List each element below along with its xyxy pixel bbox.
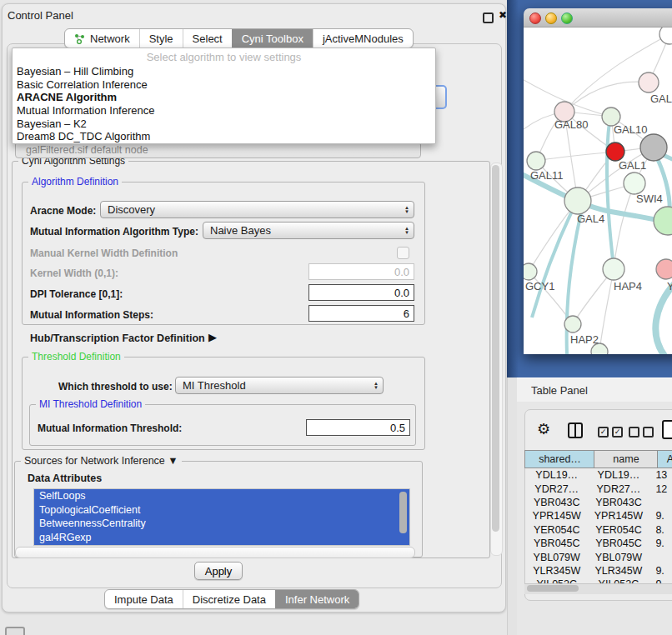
tab-network[interactable]: Network [65,29,139,48]
mi-steps-field[interactable] [308,305,414,322]
dpi-tolerance-field[interactable] [308,284,414,301]
list-item[interactable]: gal4RGexp [34,531,409,545]
network-window-titlebar[interactable] [524,8,672,28]
list-item[interactable]: TopologicalCoefficient [34,503,409,518]
node-top-partial[interactable] [659,28,672,44]
node-red[interactable] [606,142,624,161]
network-view-window[interactable]: GAL GAL80 GAL10 GAL11 GAL1 SWI4 GAL4 GCY… [524,8,672,354]
column-header-shared-name[interactable]: shared… [524,450,594,468]
network-select-combo[interactable]: galFiltered.sif default node [15,142,421,158]
node-label: GAL10 [614,123,647,136]
tab-impute-data[interactable]: Impute Data [105,590,183,608]
algorithm-item[interactable]: Mutual Information Inference [13,104,435,118]
list-scrollbar-thumb[interactable] [399,492,407,533]
data-attributes-list[interactable]: SelfLoops TopologicalCoefficient Between… [33,488,410,546]
node-label: GAL4 [577,212,604,225]
tab-label: Cyni Toolbox [242,32,303,45]
algorithm-item[interactable]: Bayesian – Hill Climbing [13,65,435,78]
which-threshold-label: Which threshold to use: [58,381,173,392]
algorithm-item[interactable]: Dream8 DC_TDC Algorithm [13,130,435,143]
algorithm-item[interactable]: Basic Correlation Inference [13,78,435,92]
table-scrollbar-thumb[interactable] [527,585,579,592]
settings-scrollbar-track[interactable] [490,162,503,556]
close-icon[interactable]: ✖ [499,9,507,21]
node-hap4[interactable] [603,258,624,280]
kernel-width-field[interactable] [308,263,414,280]
expand-right-icon[interactable]: ▶ [208,331,217,343]
algorithm-combo-fragment[interactable] [434,85,447,109]
tab-discretize-data[interactable]: Discretize Data [183,590,275,608]
horizontal-scrollbar[interactable] [15,547,415,558]
mi-type-value: Naive Bayes [210,224,271,237]
table-panel-titlebar: Table Panel [517,378,672,402]
kernel-width-label: Kernel Width (0,1): [30,268,118,279]
node-gcy1[interactable] [524,263,537,280]
mi-threshold-label: Mutual Information Threshold: [38,422,182,434]
tab-infer-network[interactable]: Infer Network [275,590,359,608]
tab-jactivemnodules[interactable]: jActiveMNodules [313,29,413,48]
node-gal11[interactable] [527,152,545,170]
manual-kernel-checkbox[interactable] [397,247,409,259]
list-item[interactable]: BetweennessCentrality [34,517,409,531]
table-row[interactable]: YBR043CYBR043C [524,496,672,509]
node-swi4[interactable] [654,207,672,235]
manual-kernel-label: Manual Kernel Width Definition [30,248,178,259]
apply-button[interactable]: Apply [194,562,243,580]
deselect-all-columns-icon[interactable] [629,427,657,442]
tab-cyni-toolbox[interactable]: Cyni Toolbox [232,29,313,48]
close-traffic-light[interactable] [529,12,541,24]
gear-icon[interactable]: ⚙ [537,420,550,438]
algorithm-item-selected[interactable]: ARACNE Algorithm [13,91,435,104]
aracne-mode-combo[interactable]: Discovery ▲▼ [100,201,414,218]
collapse-down-icon[interactable]: ▼ [168,455,178,467]
network-graph-icon [74,33,85,44]
table-row[interactable]: YIL052CYIL052C9. [524,578,672,583]
table-row[interactable]: YLR345WYLR345W9. [524,564,672,578]
list-item[interactable]: SelfLoops [34,489,409,503]
table-row[interactable]: YBR045CYBR045C9. [524,537,672,550]
select-all-columns-icon[interactable]: ✓✓ [598,427,626,442]
settings-scrollbar-thumb[interactable] [492,165,499,532]
node-gal1[interactable] [624,172,645,194]
tab-label: Network [90,32,130,45]
tab-label: Select [193,32,223,45]
combo-stepper-icon: ▲▼ [369,382,383,390]
table-row[interactable]: YER054CYER054C8. [524,523,672,537]
node-label: GCY1 [525,280,554,292]
table-row[interactable]: YDL19…YDL19…13 [524,468,672,482]
table-row[interactable]: YPR145WYPR145W9. [524,509,672,522]
control-panel-titlebar[interactable]: Control Panel ✖ [0,5,507,25]
table-rows: YDL19…YDL19…13 YDR27…YDR27…12 YBR043CYBR… [524,468,672,583]
columns-icon[interactable] [568,422,583,438]
zoom-traffic-light[interactable] [561,12,573,24]
node-hap2[interactable] [564,316,581,332]
node-gray[interactable] [640,134,667,161]
algorithm-popup-list: Bayesian – Hill Climbing Basic Correlati… [13,65,435,143]
network-canvas[interactable]: GAL GAL80 GAL10 GAL11 GAL1 SWI4 GAL4 GCY… [524,28,672,354]
hub-definition-label: Hub/Transcription Factor Definition [30,332,205,344]
node-gal4[interactable] [564,188,591,214]
column-header-name[interactable]: name [594,450,658,468]
tab-style[interactable]: Style [139,29,183,48]
tab-select[interactable]: Select [183,29,232,48]
minimize-traffic-light[interactable] [545,12,557,24]
aracne-mode-value: Discovery [108,203,155,216]
bottom-tab-strip: Impute Data Discretize Data Infer Networ… [104,589,359,609]
tab-label: Style [149,32,173,45]
node-gal-partial[interactable] [639,72,659,92]
which-threshold-combo[interactable]: MI Threshold ▲▼ [175,377,384,394]
float-window-icon[interactable] [483,12,494,23]
algorithm-item[interactable]: Bayesian – K2 [13,118,435,131]
node-pink[interactable] [656,259,672,279]
docked-panel-icon[interactable] [5,627,25,635]
combo-stepper-icon: ▲▼ [400,206,414,214]
table-row[interactable]: YDR27…YDR27…12 [524,482,672,495]
node-label: GAL1 [619,159,646,172]
mi-threshold-field[interactable] [306,419,410,436]
column-header-partial[interactable]: A [657,450,672,468]
table-row[interactable]: YBL079WYBL079W [524,550,672,563]
mi-type-combo[interactable]: Naive Bayes ▲▼ [203,222,414,239]
threshold-definition-title: Threshold Definition [28,351,124,362]
export-table-icon[interactable] [662,420,672,439]
mi-threshold-group-title: MI Threshold Definition [36,398,145,410]
